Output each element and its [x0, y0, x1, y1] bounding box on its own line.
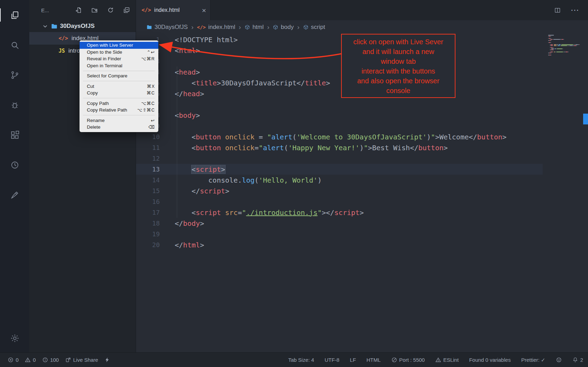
code-line-16[interactable]: 16 — [136, 196, 543, 207]
menu-separator — [83, 71, 155, 71]
breadcrumb-separator: › — [297, 23, 299, 31]
explorer-icon — [10, 10, 20, 20]
annotation-line: interact with the buttons — [342, 66, 455, 76]
code-line-19[interactable]: 19 — [136, 229, 543, 239]
split-editor-icon[interactable] — [554, 7, 561, 14]
more-actions-icon[interactable]: ⋯ — [571, 5, 579, 15]
menu-shortcut: ⌘C — [146, 90, 155, 95]
menu-item-reveal-in-finder[interactable]: Reveal in Finder⌥⌘R — [80, 55, 158, 62]
status-eol[interactable]: LF — [350, 357, 356, 363]
lightning-icon — [104, 357, 110, 363]
annotation-line: window tab — [342, 56, 455, 66]
code-line-2[interactable]: 2<html> — [136, 45, 543, 56]
breadcrumb-index-html[interactable]: </>index.html — [197, 24, 235, 31]
code-line-15[interactable]: 15 </script> — [136, 185, 543, 196]
status-quick-actions[interactable] — [104, 357, 110, 363]
history-clock-button[interactable] — [0, 150, 29, 180]
menu-shortcut: ↩ — [151, 118, 155, 123]
settings-button[interactable] — [0, 324, 29, 352]
close-icon[interactable]: × — [202, 7, 206, 14]
code-line-7[interactable]: 7 — [136, 99, 543, 110]
menu-shortcut: ⌘X — [147, 84, 155, 89]
html-file-icon: </> — [197, 24, 206, 30]
menu-item-open-in-terminal[interactable]: Open in Terminal — [80, 62, 158, 69]
status-tab-size[interactable]: Tab Size: 4 — [288, 357, 314, 363]
code-line-12[interactable]: 12 — [136, 153, 543, 164]
code-line-11[interactable]: 11 <button onclick="alert('Happy New Yea… — [136, 142, 543, 153]
menu-separator — [83, 81, 155, 81]
minimap[interactable] — [548, 35, 580, 55]
source-control-button[interactable] — [0, 60, 29, 90]
code-line-4[interactable]: 4<head> — [136, 67, 543, 77]
code-line-5[interactable]: 5 <title>30DaysOfJavaScript</title> — [136, 77, 543, 88]
folder-row-30daysofjs[interactable]: 30DaysOfJS — [29, 20, 136, 32]
menu-separator — [83, 98, 155, 98]
menu-item-rename[interactable]: Rename↩ — [80, 117, 158, 124]
source-control-icon — [10, 70, 20, 80]
menu-item-copy[interactable]: Copy⌘C — [80, 90, 158, 97]
status-variables[interactable]: Found 0 variables — [469, 357, 511, 363]
info-icon — [42, 357, 48, 363]
code-line-20[interactable]: 20</html> — [136, 239, 543, 250]
code-line-10[interactable]: 10 <button onclick = "alert('Welcome to … — [136, 131, 543, 142]
new-file-icon[interactable] — [75, 7, 82, 14]
code-line-6[interactable]: 6</head> — [136, 88, 543, 99]
code-line-9[interactable]: 9 — [136, 121, 543, 131]
menu-separator — [83, 115, 155, 115]
smiley-icon — [556, 357, 562, 363]
annotation-line: console — [342, 86, 455, 95]
extensions-button[interactable] — [0, 120, 29, 150]
status-feedback[interactable] — [556, 357, 562, 363]
explorer-title: E... — [41, 7, 49, 13]
debug-button[interactable] — [0, 90, 29, 120]
status-prettier[interactable]: Prettier: ✓ — [521, 357, 545, 363]
menu-item-cut[interactable]: Cut⌘X — [80, 83, 158, 90]
status-notifications[interactable]: 2 — [572, 357, 583, 363]
line-number: 10 — [136, 133, 160, 140]
folder-label: 30DaysOfJS — [60, 23, 95, 30]
menu-item-open-with-live-server[interactable]: Open with Live Server — [80, 42, 158, 49]
code-line-8[interactable]: 8<body> — [136, 110, 543, 121]
debug-icon — [10, 100, 20, 110]
line-number: 12 — [136, 155, 160, 162]
code-line-1[interactable]: 1<!DOCTYPE html> — [136, 34, 543, 45]
status-problems-info[interactable]: 100 — [42, 357, 59, 363]
code-line-17[interactable]: 17 <script src="./introduction.js"></scr… — [136, 207, 543, 218]
menu-item-copy-relative-path[interactable]: Copy Relative Path⌥⇧⌘C — [80, 107, 158, 114]
code-line-14[interactable]: 14 console.log('Hello, World') — [136, 175, 543, 185]
breadcrumb-body[interactable]: body — [273, 24, 294, 31]
status-problems-warnings[interactable]: 0 — [25, 357, 36, 363]
folder-icon — [146, 24, 152, 30]
breadcrumb-30daysofjs[interactable]: 30DaysOfJS — [146, 24, 188, 31]
bell-icon — [572, 357, 578, 363]
status-bar: 00100Live Share Tab Size: 4UTF-8LFHTMLPo… — [0, 352, 588, 367]
breadcrumb-html[interactable]: html — [244, 24, 264, 31]
menu-shortcut: ⌥⌘C — [141, 101, 155, 106]
menu-item-copy-path[interactable]: Copy Path⌥⌘C — [80, 100, 158, 107]
menu-item-select-for-compare[interactable]: Select for Compare — [80, 72, 158, 79]
code-line-3[interactable]: 3 — [136, 56, 543, 67]
tab-index-html[interactable]: </> index.html × — [136, 0, 211, 20]
menu-item-delete[interactable]: Delete⌫ — [80, 124, 158, 131]
context-menu: Open with Live ServerOpen to the Side⌃↩R… — [80, 40, 158, 132]
breadcrumb-script[interactable]: script — [303, 24, 325, 31]
status-live-share[interactable]: Live Share — [65, 357, 98, 363]
search-button[interactable] — [0, 30, 29, 60]
status-problems-errors[interactable]: 0 — [8, 357, 18, 363]
refresh-icon[interactable] — [107, 7, 114, 14]
collapse-all-icon[interactable] — [123, 7, 130, 14]
status-encoding[interactable]: UTF-8 — [325, 357, 340, 363]
line-number: 20 — [136, 241, 160, 249]
status-eslint[interactable]: ESLint — [435, 357, 459, 363]
chevron-down-icon — [42, 23, 48, 30]
explorer-button[interactable] — [0, 0, 29, 30]
code-line-18[interactable]: 18</body> — [136, 218, 543, 229]
pen-edit-button[interactable] — [0, 180, 29, 210]
status-language-mode[interactable]: HTML — [367, 357, 381, 363]
menu-item-open-to-the-side[interactable]: Open to the Side⌃↩ — [80, 49, 158, 56]
new-folder-icon[interactable] — [91, 7, 98, 14]
error-icon — [8, 357, 14, 363]
code-line-13[interactable]: 13 <script> — [136, 164, 543, 175]
pen-edit-icon — [10, 190, 20, 200]
status-port[interactable]: Port : 5500 — [391, 357, 425, 363]
